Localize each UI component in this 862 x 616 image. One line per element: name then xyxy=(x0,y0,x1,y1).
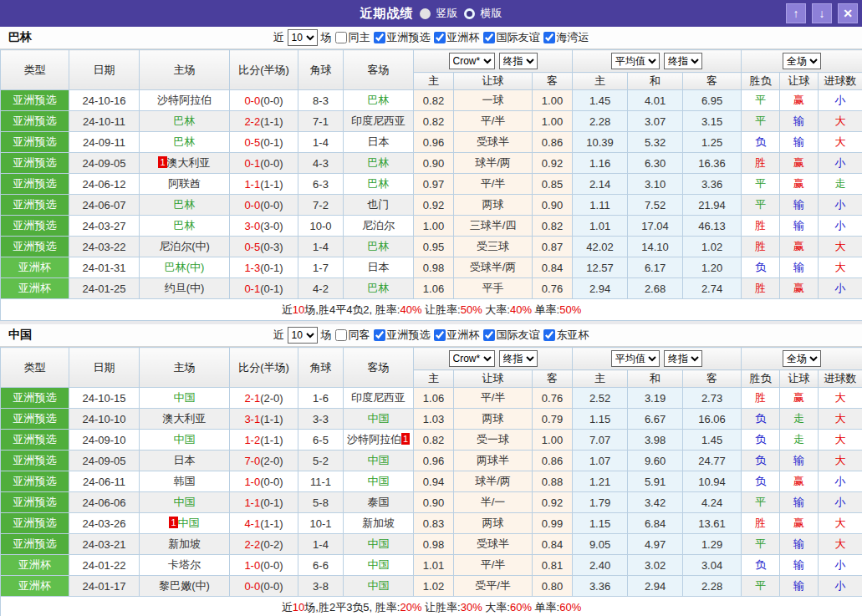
odds-time-select[interactable]: 终指 xyxy=(499,350,538,367)
move-down-button[interactable]: ↓ xyxy=(812,3,832,23)
checkbox-input[interactable] xyxy=(483,32,495,43)
competition-checkbox-0[interactable]: 亚洲预选 xyxy=(374,30,431,45)
corner-cell: 1-4 xyxy=(298,237,344,257)
date-cell: 24-09-10 xyxy=(69,430,140,451)
handicap-odds-cell-1: 球半/两 xyxy=(454,471,533,492)
result-cell-2: 大 xyxy=(819,388,862,409)
average-odds-cell-1: 14.10 xyxy=(628,237,683,257)
checkbox-input[interactable] xyxy=(483,329,495,341)
avg-odds-time-select[interactable]: 终指 xyxy=(664,53,702,69)
bookmaker-group-header: Crow*终指 xyxy=(414,50,573,73)
date-cell: 24-01-22 xyxy=(69,555,140,576)
away-team-name: 中国 xyxy=(368,579,390,592)
match-type-cell: 亚洲杯 xyxy=(1,278,69,299)
checkbox-input[interactable] xyxy=(434,329,446,341)
sections-container: 巴林近10场同主亚洲预选亚洲杯国际友谊海湾运类型日期主场比分(半场)角球客场Cr… xyxy=(0,27,862,616)
column-header-0: 类型 xyxy=(1,348,69,388)
checkbox-input[interactable] xyxy=(335,329,347,341)
home-team-name: 新加坡 xyxy=(168,537,201,550)
match-type-cell: 亚洲杯 xyxy=(1,555,69,576)
result-cell-2: 小 xyxy=(819,216,862,237)
match-type-cell: 亚洲预选 xyxy=(1,451,69,471)
half-time-score: (2-0) xyxy=(260,392,283,405)
match-count-select[interactable]: 10 xyxy=(288,29,318,46)
sub-header-1: 让球 xyxy=(454,73,533,90)
summary-segment: 大率: xyxy=(482,601,510,613)
summary-segment: 场,胜2平3负5, 胜率: xyxy=(304,601,400,613)
handicap-odds-cell-2: 1.00 xyxy=(533,90,573,111)
average-select[interactable]: 平均值 xyxy=(611,350,660,367)
checkbox-input[interactable] xyxy=(374,329,385,341)
close-icon[interactable]: ✕ xyxy=(838,3,858,23)
checkbox-input[interactable] xyxy=(543,32,555,43)
match-type-cell: 亚洲预选 xyxy=(1,153,69,174)
odds-time-select[interactable]: 终指 xyxy=(499,53,538,69)
checkbox-input[interactable] xyxy=(374,32,385,43)
competition-checkbox-1[interactable]: 亚洲杯 xyxy=(434,30,480,45)
full-match-select[interactable]: 全场 xyxy=(783,350,821,367)
corner-cell: 1-7 xyxy=(298,257,344,278)
competition-checkbox-3[interactable]: 东亚杯 xyxy=(543,328,589,343)
full-time-score: 0-5 xyxy=(244,241,260,253)
full-time-score: 3-0 xyxy=(244,220,260,232)
competition-checkbox-2[interactable]: 国际友谊 xyxy=(483,30,540,45)
handicap-odds-cell-0: 1.01 xyxy=(414,555,454,576)
vertical-radio-label[interactable]: 竖版 xyxy=(436,6,458,21)
bookmaker-select[interactable]: Crow* xyxy=(449,350,495,367)
date-cell: 24-10-11 xyxy=(69,111,140,132)
competition-checkbox-1[interactable]: 亚洲杯 xyxy=(434,328,480,343)
average-select[interactable]: 平均值 xyxy=(611,53,660,69)
column-header-2: 主场 xyxy=(140,50,230,90)
competition-checkbox-0[interactable]: 亚洲预选 xyxy=(374,328,431,343)
summary-segment: 60% xyxy=(559,601,581,613)
matches-label: 场 xyxy=(321,328,332,343)
move-up-button[interactable]: ↑ xyxy=(786,3,806,23)
summary-row: 近10场,胜4平4负2, 胜率:40% 让胜率:50% 大率:40% 单率:50… xyxy=(1,299,862,321)
horizontal-radio-label[interactable]: 横版 xyxy=(481,6,502,21)
away-team-cell: 印度尼西亚 xyxy=(344,111,414,132)
full-match-select[interactable]: 全场 xyxy=(783,53,821,69)
handicap-odds-cell-2: 0.82 xyxy=(533,216,573,237)
summary-row: 近10场,胜2平3负5, 胜率:20% 让胜率:30% 大率:60% 单率:60… xyxy=(1,597,862,616)
result-cell-0: 胜 xyxy=(742,388,780,409)
competition-label: 海湾运 xyxy=(557,30,589,45)
result-cell-2: 大 xyxy=(819,111,862,132)
handicap-odds-cell-2: 0.79 xyxy=(533,409,573,430)
match-count-select[interactable]: 10 xyxy=(288,327,318,344)
handicap-odds-cell-0: 0.97 xyxy=(414,174,454,195)
average-odds-cell-1: 3.98 xyxy=(628,430,683,451)
away-team-cell: 巴林 xyxy=(344,153,414,174)
bookmaker-select[interactable]: Crow* xyxy=(449,53,495,69)
half-time-score: (0-1) xyxy=(260,496,283,509)
result-cell-2: 小 xyxy=(819,576,862,597)
same-venue-checkbox[interactable]: 同客 xyxy=(335,328,370,343)
average-odds-cell-2: 10.94 xyxy=(683,471,742,492)
result-cell-2: 大 xyxy=(819,237,862,257)
competition-checkbox-3[interactable]: 海湾运 xyxy=(543,30,589,45)
score-cell: 0-1(0-0) xyxy=(230,153,298,174)
match-row: 亚洲预选24-06-06中国1-1(0-1)5-8泰国0.90半/一0.921.… xyxy=(1,492,862,513)
full-time-score: 0-1 xyxy=(244,157,260,170)
score-cell: 1-1(1-1) xyxy=(230,174,298,195)
match-row: 亚洲杯24-01-22卡塔尔1-0(0-0)6-6中国1.01平/半0.812.… xyxy=(1,555,862,576)
vertical-radio[interactable] xyxy=(420,8,431,19)
handicap-odds-cell-0: 0.98 xyxy=(414,534,454,555)
corner-cell: 4-3 xyxy=(298,153,344,174)
competition-checkbox-2[interactable]: 国际友谊 xyxy=(483,328,540,343)
half-time-score: (1-1) xyxy=(260,517,283,530)
average-odds-cell-0: 2.28 xyxy=(573,111,628,132)
away-team-name: 印度尼西亚 xyxy=(351,391,405,404)
away-team-cell: 也门 xyxy=(344,195,414,216)
checkbox-input[interactable] xyxy=(335,32,347,43)
half-time-score: (0-0) xyxy=(260,559,283,572)
horizontal-radio[interactable] xyxy=(464,8,475,19)
same-venue-checkbox[interactable]: 同主 xyxy=(335,30,370,45)
average-odds-cell-2: 21.94 xyxy=(683,195,742,216)
home-team-cell: 卡塔尔 xyxy=(140,555,230,576)
result-cell-2: 大 xyxy=(819,430,862,451)
avg-odds-time-select[interactable]: 终指 xyxy=(664,350,702,367)
sub-header-8: 进球数 xyxy=(819,370,862,388)
checkbox-input[interactable] xyxy=(434,32,446,43)
checkbox-input[interactable] xyxy=(543,329,555,341)
result-cell-0: 平 xyxy=(742,90,780,111)
